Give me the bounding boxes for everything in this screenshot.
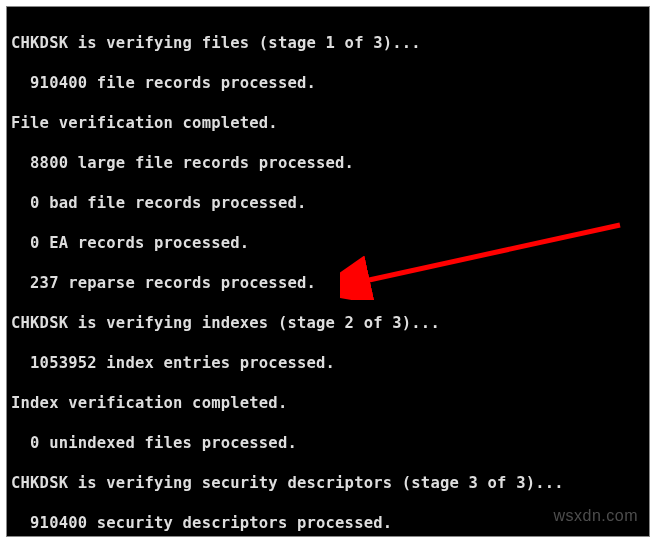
console-line: CHKDSK is verifying security descriptors… — [11, 473, 645, 493]
console-line: 8800 large file records processed. — [11, 153, 645, 173]
watermark-text: wsxdn.com — [553, 507, 638, 525]
console-line: 1053952 index entries processed. — [11, 353, 645, 373]
console-line: 0 bad file records processed. — [11, 193, 645, 213]
console-line: 910400 security descriptors processed. — [11, 513, 645, 533]
console-line: CHKDSK is verifying files (stage 1 of 3)… — [11, 33, 645, 53]
console-line: File verification completed. — [11, 113, 645, 133]
console-line: 0 EA records processed. — [11, 233, 645, 253]
console-line: 0 unindexed files processed. — [11, 433, 645, 453]
console-line: 910400 file records processed. — [11, 73, 645, 93]
console-line: 237 reparse records processed. — [11, 273, 645, 293]
screenshot-frame: CHKDSK is verifying files (stage 1 of 3)… — [0, 0, 656, 543]
console-line: CHKDSK is verifying indexes (stage 2 of … — [11, 313, 645, 333]
console-line: Index verification completed. — [11, 393, 645, 413]
chkdsk-console-output: CHKDSK is verifying files (stage 1 of 3)… — [6, 6, 650, 537]
